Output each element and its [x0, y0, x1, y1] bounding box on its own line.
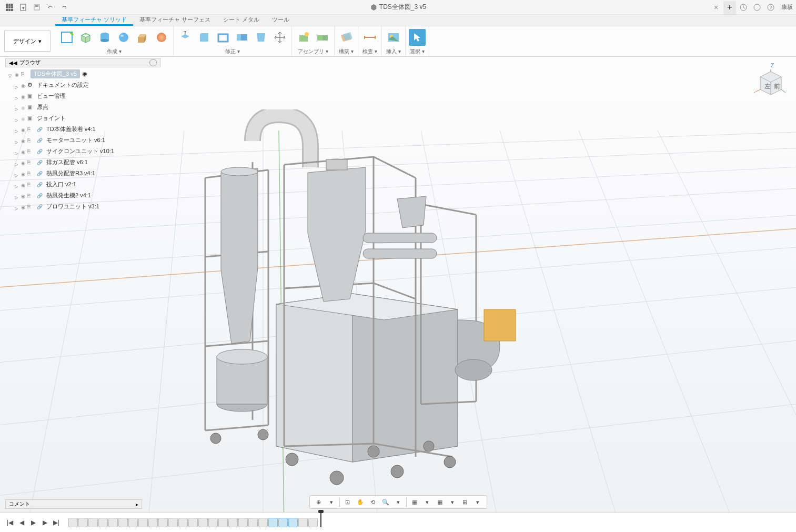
visibility-icon[interactable] — [21, 104, 25, 111]
fillet-icon[interactable] — [196, 29, 213, 46]
timeline-feature[interactable] — [138, 518, 148, 527]
visibility-icon[interactable] — [21, 93, 25, 99]
timeline-feature[interactable] — [178, 518, 188, 527]
pan-icon[interactable]: ✋ — [355, 497, 366, 507]
timeline-feature[interactable] — [88, 518, 98, 527]
insert-icon[interactable] — [385, 29, 402, 46]
expand-icon[interactable] — [15, 116, 19, 121]
fit-icon[interactable]: 🔍 — [380, 497, 391, 507]
plane-icon[interactable] — [338, 29, 355, 46]
expand-icon[interactable] — [15, 194, 19, 198]
timeline-feature[interactable] — [188, 518, 198, 527]
combine-icon[interactable] — [234, 29, 250, 46]
visibility-icon[interactable] — [21, 159, 25, 166]
save-icon[interactable] — [31, 1, 43, 14]
expand-icon[interactable] — [15, 183, 19, 187]
shell-icon[interactable] — [215, 29, 231, 46]
timeline-track[interactable] — [68, 515, 791, 530]
tab-surface[interactable]: 基準フィーチャ サーフェス — [133, 15, 217, 26]
presspull-icon[interactable] — [177, 29, 194, 46]
comments-panel[interactable]: コメント ▸ — [5, 499, 142, 509]
timeline-end-icon[interactable]: ▶| — [52, 518, 61, 527]
look-icon[interactable]: ⊡ — [342, 497, 354, 507]
activate-radio-icon[interactable]: ◉ — [82, 71, 87, 77]
timeline-start-icon[interactable]: |◀ — [5, 518, 15, 527]
tree-item[interactable]: 原点 — [5, 102, 160, 113]
timeline-feature[interactable] — [248, 518, 258, 527]
help-icon[interactable]: ? — [764, 1, 777, 14]
ribbon-label-modify[interactable]: 修正 ▾ — [177, 48, 288, 56]
timeline-feature[interactable] — [288, 518, 298, 527]
tree-item[interactable]: ビュー管理 — [5, 91, 160, 102]
timeline-feature[interactable] — [148, 518, 158, 527]
tree-item[interactable]: ジョイント — [5, 113, 160, 124]
display-icon[interactable]: ▦ — [409, 497, 420, 507]
tree-root[interactable]: TDS全体図_3 v5 ◉ — [5, 68, 160, 79]
visibility-icon[interactable] — [21, 148, 25, 155]
ribbon-label-assemble[interactable]: アセンブリ ▾ — [295, 48, 331, 56]
box-icon[interactable] — [77, 29, 94, 46]
timeline-playhead[interactable] — [320, 511, 321, 527]
tree-item[interactable]: 熱風分配管R3 v4:1 — [5, 168, 160, 179]
viewport-3d[interactable]: ◀◀ ブラウザ TDS全体図_3 v5 ◉ ⚙ドキュメントの設定ビュー管理原点ジ… — [0, 57, 796, 512]
extensions-icon[interactable] — [737, 1, 750, 14]
timeline-feature[interactable] — [108, 518, 118, 527]
new-file-icon[interactable]: ▾ — [17, 1, 29, 14]
visibility-icon[interactable] — [21, 182, 25, 188]
panel-settings-icon[interactable] — [149, 59, 157, 66]
dropdown4-icon[interactable]: ▾ — [447, 497, 458, 507]
sphere-icon[interactable] — [115, 29, 132, 46]
revolve-icon[interactable] — [153, 29, 170, 46]
visibility-icon[interactable] — [21, 82, 25, 88]
measure-icon[interactable] — [361, 29, 378, 46]
app-menu-icon[interactable] — [3, 1, 16, 14]
timeline-play-icon[interactable]: ▶ — [28, 518, 38, 527]
view-cube[interactable]: Z 左 前 — [749, 62, 785, 99]
design-workspace-button[interactable]: デザイン ▾ — [4, 31, 51, 52]
tab-tools[interactable]: ツール — [266, 15, 296, 26]
expand-icon[interactable] — [15, 127, 19, 132]
dropdown3-icon[interactable]: ▾ — [421, 497, 433, 507]
timeline-feature[interactable] — [238, 518, 248, 527]
component-icon[interactable] — [295, 29, 312, 46]
timeline-feature[interactable] — [158, 518, 168, 527]
expand-icon[interactable] — [15, 160, 19, 165]
timeline-feature[interactable] — [298, 518, 308, 527]
sketch-icon[interactable] — [58, 29, 75, 46]
ribbon-label-create[interactable]: 作成 ▾ — [58, 48, 170, 56]
draft-icon[interactable] — [253, 29, 269, 46]
timeline-feature[interactable] — [208, 518, 218, 527]
ribbon-label-select[interactable]: 選択 ▾ — [409, 48, 426, 56]
timeline-feature[interactable] — [268, 518, 278, 527]
visibility-icon[interactable] — [15, 71, 19, 77]
ribbon-label-construct[interactable]: 構築 ▾ — [338, 48, 355, 56]
visibility-icon[interactable] — [21, 204, 25, 210]
ribbon-label-inspect[interactable]: 検査 ▾ — [361, 48, 378, 56]
move-icon[interactable] — [271, 29, 288, 46]
timeline-feature[interactable] — [198, 518, 208, 527]
collapse-icon[interactable]: ◀◀ — [9, 60, 17, 66]
dropdown5-icon[interactable]: ▾ — [472, 497, 483, 507]
timeline-feature[interactable] — [278, 518, 288, 527]
visibility-icon[interactable] — [21, 137, 25, 144]
expand-icon[interactable] — [15, 83, 19, 87]
expand-comments-icon[interactable]: ▸ — [136, 501, 138, 507]
timeline-feature[interactable] — [308, 518, 318, 527]
tree-item[interactable]: 排ガス配管 v6:1 — [5, 157, 160, 168]
expand-icon[interactable] — [15, 105, 19, 109]
dropdown-icon[interactable]: ▾ — [326, 497, 337, 507]
timeline-feature[interactable] — [168, 518, 178, 527]
user-name-label[interactable]: 康坂 — [781, 3, 793, 11]
tree-item[interactable]: 投入口 v2:1 — [5, 179, 160, 190]
tab-solid[interactable]: 基準フィーチャ ソリッド — [55, 15, 133, 26]
new-tab-icon[interactable]: + — [723, 1, 736, 14]
timeline-feature[interactable] — [68, 518, 78, 527]
expand-icon[interactable] — [15, 172, 19, 176]
close-tab-icon[interactable]: × — [710, 1, 722, 14]
joint-icon[interactable] — [314, 29, 331, 46]
timeline-feature[interactable] — [258, 518, 268, 527]
tree-item[interactable]: ⚙ドキュメントの設定 — [5, 79, 160, 91]
grid-icon[interactable]: ▦ — [434, 497, 446, 507]
dropdown2-icon[interactable]: ▾ — [392, 497, 404, 507]
tree-item[interactable]: TD本体蓋装着 v4:1 — [5, 124, 160, 135]
